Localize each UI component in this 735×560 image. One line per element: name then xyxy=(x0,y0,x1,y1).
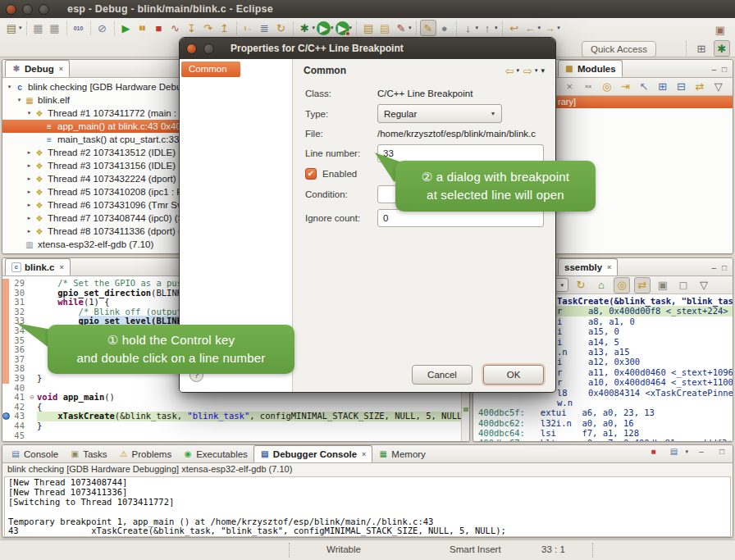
sync-selection-icon[interactable]: ⇄ xyxy=(634,277,651,294)
close-icon[interactable]: × xyxy=(59,65,63,73)
line-number[interactable]: 36 xyxy=(9,345,27,355)
home-icon[interactable]: ⌂ xyxy=(593,277,609,294)
disconnect-icon[interactable]: ∿ xyxy=(167,20,184,36)
editor-line[interactable]: 44} xyxy=(2,421,461,431)
chevron-down-icon[interactable]: ▾ xyxy=(517,67,520,74)
line-number[interactable]: 39 xyxy=(9,374,27,384)
cancel-button[interactable]: Cancel xyxy=(412,365,472,385)
expander-icon[interactable]: ▾ xyxy=(5,84,14,90)
line-number-field[interactable] xyxy=(377,144,544,162)
search-pen-icon[interactable]: ✎ xyxy=(393,20,409,36)
forward-icon[interactable]: → xyxy=(541,20,558,36)
save-all-icon[interactable]: ▦ xyxy=(47,20,63,36)
show-source-icon[interactable]: ◎ xyxy=(614,277,630,294)
forward-icon[interactable]: ⇨ xyxy=(523,65,532,77)
debug-icon[interactable]: ✱ xyxy=(297,20,313,36)
open-new-view-icon[interactable]: ▣ xyxy=(655,277,671,294)
view-menu-icon[interactable]: ▽ xyxy=(696,277,712,294)
fold-icon[interactable]: ⊖ xyxy=(27,393,37,403)
step-filters-icon[interactable]: ≣ xyxy=(257,20,273,36)
ignore-count-field[interactable] xyxy=(377,209,544,227)
line-number[interactable]: 44 xyxy=(9,421,27,431)
tab-modules[interactable]: ▦ Modules xyxy=(558,60,623,77)
open-project-icon[interactable]: ▤ xyxy=(360,20,377,36)
ok-button[interactable]: OK xyxy=(483,365,544,385)
expand-all-icon[interactable]: ⊞ xyxy=(655,79,670,95)
overview-breakpoint-mark[interactable] xyxy=(463,407,468,412)
expander-icon[interactable]: ▾ xyxy=(25,110,34,116)
tab-debugger-console[interactable]: ▤Debugger Console× xyxy=(253,445,373,462)
open-folder-icon[interactable]: ▤ xyxy=(377,20,393,36)
step-over-icon[interactable]: ↷ xyxy=(200,20,217,36)
tab-debug[interactable]: ✱ Debug × xyxy=(5,60,70,77)
run-dropdown-icon[interactable]: ▾ xyxy=(331,25,334,31)
type-select[interactable]: Regular ▾ xyxy=(377,104,502,123)
restart-icon[interactable]: ↻ xyxy=(273,20,290,36)
terminate-icon[interactable]: ■ xyxy=(151,20,167,36)
suspend-icon[interactable]: ▮▮ xyxy=(135,20,151,36)
editor-presentation-icon[interactable]: ▣ xyxy=(712,21,728,38)
prev-annotation-icon[interactable]: ↑ xyxy=(479,20,495,36)
minimize-panel-icon[interactable]: – xyxy=(711,65,716,74)
editor-line[interactable]: 45 xyxy=(2,431,461,441)
tab-disassembly[interactable]: ssembly × xyxy=(558,258,618,275)
line-number[interactable]: 45 xyxy=(9,431,27,441)
line-number[interactable]: 41 xyxy=(9,393,27,403)
quick-access-button[interactable]: Quick Access xyxy=(582,41,656,57)
enabled-checkbox[interactable]: ✔ xyxy=(305,168,317,180)
external-tools-icon[interactable]: ▶ xyxy=(336,21,349,35)
editor-line[interactable]: 43 xTaskCreate(&blink_task, "blink_task"… xyxy=(2,412,461,421)
display-selected-console-dropdown-icon[interactable]: ▾ xyxy=(685,448,688,455)
tab-console[interactable]: ▤Console xyxy=(5,445,64,462)
back-icon[interactable]: ← xyxy=(523,20,539,36)
expander-icon[interactable]: ▾ xyxy=(15,97,24,103)
expander-icon[interactable]: ▸ xyxy=(25,149,34,156)
window-maximize-icon[interactable] xyxy=(39,4,49,15)
terminate-console-icon[interactable]: ■ xyxy=(645,444,661,460)
editor-line[interactable]: 41⊖void app_main() xyxy=(2,393,461,403)
dialog-close-icon[interactable] xyxy=(186,43,197,54)
tab-tasks[interactable]: ▣Tasks xyxy=(64,445,112,462)
select-pointer-icon[interactable]: ↖ xyxy=(637,79,652,95)
load-symbols-icon[interactable]: ⇥ xyxy=(618,79,633,95)
back-icon[interactable]: ⇦ xyxy=(505,65,514,77)
close-icon[interactable]: × xyxy=(607,263,611,271)
tab-blink-c[interactable]: c blink.c × xyxy=(5,258,71,275)
highlighter-icon[interactable]: ✎ xyxy=(420,20,436,36)
display-selected-console-icon[interactable]: ▤ xyxy=(665,444,682,460)
tab-memory[interactable]: ▦Memory xyxy=(372,445,431,462)
dialog-minimize-icon[interactable] xyxy=(203,43,214,54)
close-icon[interactable]: × xyxy=(362,450,366,458)
view-menu-icon[interactable]: ▾ xyxy=(541,66,545,75)
expander-icon[interactable]: ▸ xyxy=(25,175,34,182)
last-edit-location-icon[interactable]: ↩ xyxy=(506,20,523,36)
expander-icon[interactable]: ▸ xyxy=(25,228,34,234)
minimize-panel-icon[interactable]: – xyxy=(693,444,710,460)
next-annotation-icon[interactable]: ↓ xyxy=(460,20,477,36)
minimize-panel-icon[interactable]: – xyxy=(711,263,716,272)
debug-perspective-icon[interactable]: ✱ xyxy=(714,40,730,57)
filter-modules-icon[interactable]: ◎ xyxy=(599,79,614,95)
binary-console-icon[interactable]: 010 xyxy=(71,20,87,36)
expander-icon[interactable]: ▸ xyxy=(25,162,34,169)
save-icon[interactable]: ▦ xyxy=(30,20,47,36)
instruction-step-icon[interactable]: i→ xyxy=(240,20,257,36)
pin-view-icon[interactable]: ◻ xyxy=(675,277,692,294)
refresh-view-icon[interactable]: ↻ xyxy=(573,277,589,294)
expander-icon[interactable]: ▸ xyxy=(25,189,34,195)
remove-module-icon[interactable]: × xyxy=(562,79,578,95)
line-number[interactable]: 29 xyxy=(9,279,27,289)
collapse-all-icon[interactable]: ⊟ xyxy=(673,79,689,95)
console-output[interactable]: [New Thread 1073408744][New Thread 10734… xyxy=(4,476,731,537)
open-perspective-icon[interactable]: ⊞ xyxy=(693,40,710,57)
window-minimize-icon[interactable] xyxy=(22,4,33,15)
sidebar-item-common[interactable]: Common xyxy=(181,61,240,77)
expander-icon[interactable]: ▸ xyxy=(25,202,34,208)
maximize-panel-icon[interactable]: □ xyxy=(714,444,730,460)
tab-problems[interactable]: ⚠Problems xyxy=(113,445,178,462)
maximize-panel-icon[interactable]: □ xyxy=(722,65,727,74)
mark-occurrences-icon[interactable]: ● xyxy=(436,20,453,36)
modules-selected-row[interactable]: rary] xyxy=(555,96,733,108)
maximize-panel-icon[interactable]: □ xyxy=(722,263,727,272)
step-into-icon[interactable]: ↧ xyxy=(184,20,200,36)
